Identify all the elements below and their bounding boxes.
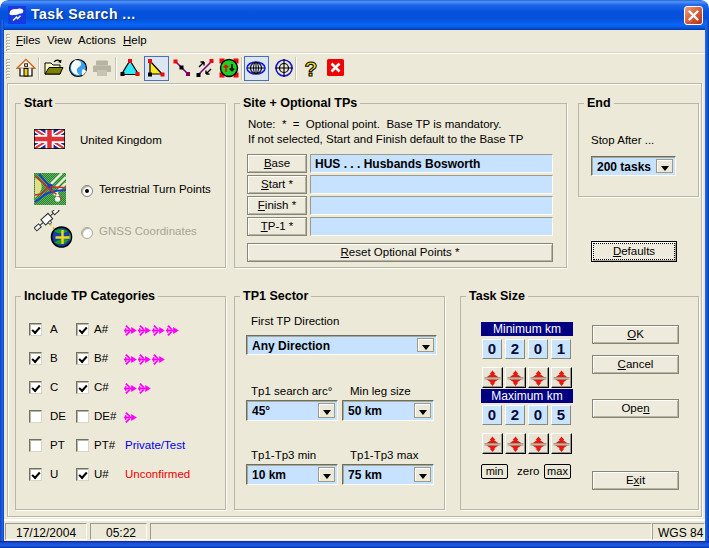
svg-text:?: ? (305, 58, 318, 78)
